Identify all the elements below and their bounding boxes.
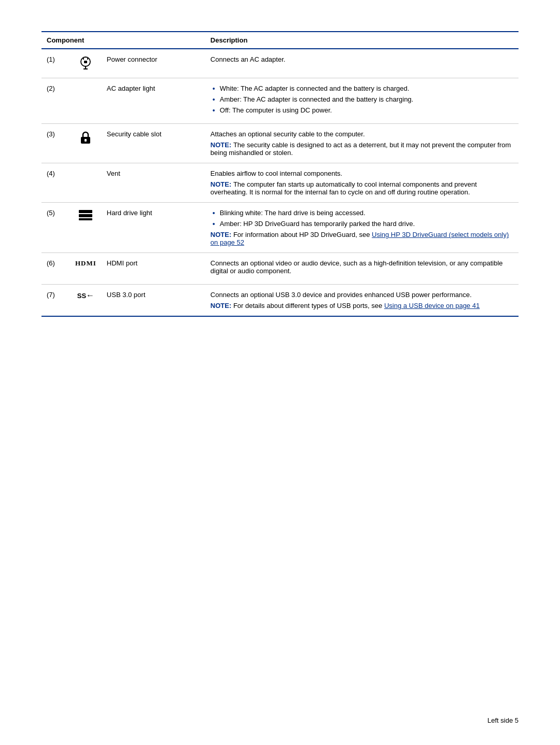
row-number: (6) — [41, 253, 70, 285]
row-icon — [70, 49, 102, 78]
lock-icon — [79, 130, 92, 145]
row-number: (2) — [41, 78, 70, 124]
footer-text: Left side 5 — [487, 716, 519, 724]
row-description: Connects an optional USB 3.0 device and … — [205, 285, 519, 317]
svg-rect-5 — [84, 61, 87, 63]
note-link[interactable]: Using a USB device on page 41 — [384, 302, 480, 310]
svg-rect-10 — [79, 218, 92, 220]
table-row: (6)HDMIHDMI portConnects an optional vid… — [41, 253, 519, 285]
table-row: (1) Power connectorConnects an AC adapte… — [41, 49, 519, 78]
note-block: NOTE: The security cable is designed to … — [211, 141, 513, 157]
note-text: The computer fan starts up automatically… — [211, 180, 477, 196]
row-number: (5) — [41, 203, 70, 253]
row-component-name: Hard drive light — [102, 203, 205, 253]
power-connector-icon — [78, 55, 93, 70]
row-component-name: AC adapter light — [102, 78, 205, 124]
svg-rect-9 — [79, 214, 92, 217]
row-component-name: Security cable slot — [102, 124, 205, 163]
row-icon — [70, 78, 102, 124]
row-icon — [70, 163, 102, 203]
list-item: Amber: The AC adapter is connected and t… — [211, 95, 513, 103]
bullet-list: White: The AC adapter is connected and t… — [211, 85, 513, 114]
row-component-name: Vent — [102, 163, 205, 203]
row-component-name: USB 3.0 port — [102, 285, 205, 317]
table-row: (2)AC adapter lightWhite: The AC adapter… — [41, 78, 519, 124]
description-header: Description — [205, 32, 519, 49]
row-description: Connects an optional video or audio devi… — [205, 253, 519, 285]
svg-rect-7 — [85, 139, 87, 142]
row-description: Blinking white: The hard drive is being … — [205, 203, 519, 253]
row-icon: SS← — [70, 285, 102, 317]
list-item: White: The AC adapter is connected and t… — [211, 85, 513, 92]
note-label: NOTE: — [211, 180, 233, 188]
note-block: NOTE: For information about HP 3D DriveG… — [211, 231, 513, 246]
row-icon — [70, 203, 102, 253]
row-icon: HDMI — [70, 253, 102, 285]
note-block: NOTE: The computer fan starts up automat… — [211, 180, 513, 196]
table-header-row: Component Description — [41, 32, 519, 49]
description-text: Attaches an optional security cable to t… — [211, 130, 513, 138]
table-row: (3) Security cable slotAttaches an optio… — [41, 124, 519, 163]
list-item: Amber: HP 3D DriveGuard has temporarily … — [211, 220, 513, 228]
row-number: (7) — [41, 285, 70, 317]
row-component-name: Power connector — [102, 49, 205, 78]
row-number: (1) — [41, 49, 70, 78]
note-block: NOTE: For details about different types … — [211, 302, 513, 310]
description-text: Connects an optional video or audio devi… — [211, 259, 513, 275]
component-header: Component — [41, 32, 205, 49]
note-text: The security cable is designed to act as… — [211, 141, 511, 157]
table-row: (4)VentEnables airflow to cool internal … — [41, 163, 519, 203]
row-component-name: HDMI port — [102, 253, 205, 285]
description-text: Connects an AC adapter. — [211, 55, 513, 63]
note-label: NOTE: — [211, 141, 233, 149]
note-label: NOTE: — [211, 302, 233, 310]
bullet-list: Blinking white: The hard drive is being … — [211, 209, 513, 228]
row-description: Attaches an optional security cable to t… — [205, 124, 519, 163]
svg-rect-8 — [79, 210, 92, 213]
description-text: Enables airflow to cool internal compone… — [211, 170, 513, 177]
row-number: (3) — [41, 124, 70, 163]
row-description: White: The AC adapter is connected and t… — [205, 78, 519, 124]
description-text: Connects an optional USB 3.0 device and … — [211, 291, 513, 299]
page-footer: Left side 5 — [487, 716, 519, 724]
table-row: (7)SS←USB 3.0 portConnects an optional U… — [41, 285, 519, 317]
page-wrapper: Component Description (1) Power connecto… — [0, 0, 560, 358]
row-description: Enables airflow to cool internal compone… — [205, 163, 519, 203]
components-table: Component Description (1) Power connecto… — [41, 31, 519, 317]
note-text: For information about HP 3D DriveGuard, … — [233, 231, 372, 238]
list-item: Blinking white: The hard drive is being … — [211, 209, 513, 217]
list-item: Off: The computer is using DC power. — [211, 106, 513, 114]
note-label: NOTE: — [211, 231, 233, 238]
row-number: (4) — [41, 163, 70, 203]
note-text: For details about different types of USB… — [233, 302, 384, 310]
hard-drive-icon — [78, 209, 93, 221]
hdmi-label-icon: HDMI — [75, 259, 96, 267]
row-icon — [70, 124, 102, 163]
usb-label-icon: SS← — [77, 292, 94, 300]
row-description: Connects an AC adapter. — [205, 49, 519, 78]
table-row: (5) Hard drive lightBlinking white: The … — [41, 203, 519, 253]
